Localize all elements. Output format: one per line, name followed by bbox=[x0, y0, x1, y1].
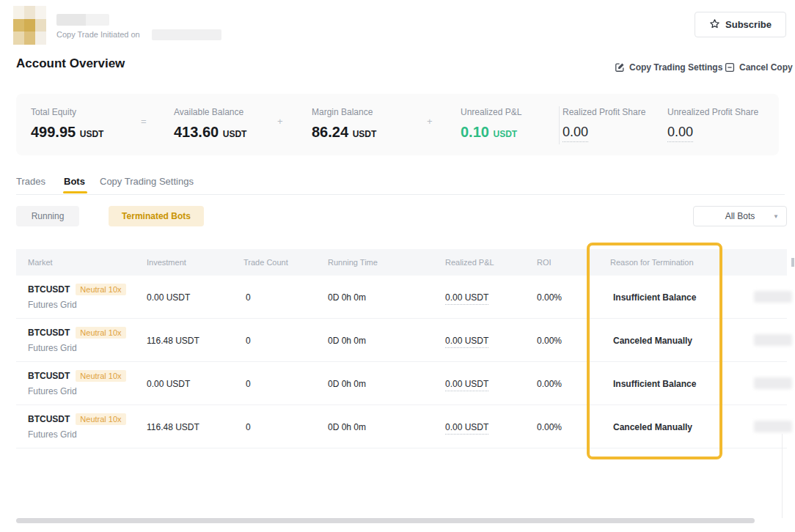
copy-trade-initiated-label: Copy Trade Initiated on bbox=[56, 30, 140, 39]
table-header: Market Investment Trade Count Running Ti… bbox=[16, 249, 787, 276]
table-row[interactable]: BTCUSDTNeutral 10x Futures Grid 116.48 U… bbox=[16, 405, 787, 448]
strategy-badge: Neutral 10x bbox=[76, 284, 125, 295]
realized-pnl-value: 0.00 USDT bbox=[445, 292, 488, 305]
market-type: Futures Grid bbox=[28, 343, 77, 353]
stat-total-equity: Total Equity 499.95 USDT bbox=[31, 107, 103, 141]
star-icon bbox=[709, 18, 720, 32]
market-type: Futures Grid bbox=[28, 429, 77, 440]
account-stats-card: Total Equity 499.95 USDT = Available Bal… bbox=[16, 94, 779, 155]
strategy-badge: Neutral 10x bbox=[76, 413, 125, 425]
row-actions-redacted[interactable] bbox=[754, 334, 792, 346]
running-filter-button[interactable]: Running bbox=[16, 206, 79, 226]
termination-reason: Canceled Manually bbox=[613, 336, 692, 346]
edit-icon bbox=[615, 62, 625, 73]
tab-copy-trading-settings[interactable]: Copy Trading Settings bbox=[100, 176, 194, 187]
investment-value: 116.48 USDT bbox=[147, 422, 199, 432]
termination-reason: Insufficient Balance bbox=[613, 379, 696, 389]
minus-square-icon bbox=[725, 62, 735, 73]
realized-pnl-value: 0.00 USDT bbox=[445, 422, 488, 435]
initiated-date-redacted bbox=[152, 29, 221, 40]
investment-value: 116.48 USDT bbox=[147, 336, 199, 346]
subscribe-button[interactable]: Subscribe bbox=[695, 12, 786, 37]
table-row[interactable]: BTCUSDTNeutral 10x Futures Grid 0.00 USD… bbox=[16, 362, 787, 405]
roi-value: 0.00% bbox=[537, 292, 562, 303]
strategy-badge: Neutral 10x bbox=[76, 327, 125, 339]
clipped-column-fragment bbox=[791, 258, 794, 267]
running-time-value: 0D 0h 0m bbox=[328, 379, 366, 389]
trade-count-value: 0 bbox=[246, 422, 251, 432]
cancel-copy-label: Cancel Copy bbox=[739, 62, 793, 73]
col-trade-count: Trade Count bbox=[243, 249, 288, 276]
plus-operator-2: + bbox=[427, 116, 433, 127]
trade-count-value: 0 bbox=[246, 292, 251, 303]
active-tab-underline bbox=[63, 191, 87, 193]
market-symbol: BTCUSDT bbox=[28, 284, 70, 295]
trade-count-value: 0 bbox=[246, 379, 251, 389]
col-running-time: Running Time bbox=[328, 249, 378, 276]
col-realized-pnl: Realized P&L bbox=[445, 249, 494, 276]
page-title: Account Overview bbox=[16, 56, 125, 71]
running-time-value: 0D 0h 0m bbox=[328, 292, 366, 303]
market-symbol: BTCUSDT bbox=[28, 328, 70, 338]
horizontal-scrollbar[interactable] bbox=[16, 518, 755, 523]
termination-reason: Canceled Manually bbox=[613, 422, 692, 432]
realized-pnl-value: 0.00 USDT bbox=[445, 336, 488, 348]
investment-value: 0.00 USDT bbox=[147, 379, 190, 389]
chevron-down-icon: ▼ bbox=[773, 213, 779, 220]
terminated-bots-filter-button[interactable]: Terminated Bots bbox=[109, 206, 204, 226]
stat-realized-profit-share: Realized Profit Share 0.00 bbox=[563, 107, 645, 142]
stat-unrealized-pnl: Unrealized P&L 0.10 USDT bbox=[461, 107, 521, 141]
col-investment: Investment bbox=[147, 249, 186, 276]
roi-value: 0.00% bbox=[537, 379, 562, 389]
roi-value: 0.00% bbox=[537, 422, 562, 432]
table-row[interactable]: BTCUSDTNeutral 10x Futures Grid 116.48 U… bbox=[16, 319, 787, 362]
cancel-copy-button[interactable]: Cancel Copy bbox=[725, 62, 793, 73]
investment-value: 0.00 USDT bbox=[147, 292, 190, 303]
table-row[interactable]: BTCUSDTNeutral 10x Futures Grid 0.00 USD… bbox=[16, 276, 787, 319]
market-symbol: BTCUSDT bbox=[28, 371, 70, 381]
stat-margin-balance: Margin Balance 86.24 USDT bbox=[312, 107, 376, 141]
roi-value: 0.00% bbox=[537, 336, 562, 346]
row-actions-redacted[interactable] bbox=[754, 291, 792, 303]
market-symbol: BTCUSDT bbox=[28, 414, 70, 424]
plus-operator-1: + bbox=[277, 116, 283, 127]
copy-trading-page: Copy Trade Initiated on Subscribe Accoun… bbox=[0, 0, 795, 532]
copy-trading-settings-button[interactable]: Copy Trading Settings bbox=[615, 62, 722, 73]
running-time-value: 0D 0h 0m bbox=[328, 422, 366, 432]
running-time-value: 0D 0h 0m bbox=[328, 336, 366, 346]
tab-trades[interactable]: Trades bbox=[16, 176, 45, 187]
termination-reason: Insufficient Balance bbox=[613, 292, 696, 303]
col-market: Market bbox=[28, 249, 53, 276]
realized-pnl-value: 0.00 USDT bbox=[445, 379, 488, 391]
col-reason-for-termination: Reason for Termination bbox=[610, 249, 694, 276]
row-actions-redacted[interactable] bbox=[754, 377, 792, 389]
equals-operator: = bbox=[141, 116, 147, 127]
bots-type-dropdown[interactable]: All Bots ▼ bbox=[693, 206, 787, 226]
stat-available-balance: Available Balance 413.60 USDT bbox=[174, 107, 246, 141]
strategy-badge: Neutral 10x bbox=[76, 370, 125, 382]
stats-divider bbox=[559, 106, 560, 144]
subscribe-label: Subscribe bbox=[725, 19, 772, 30]
trader-avatar bbox=[13, 6, 46, 45]
table-edge-line bbox=[782, 434, 783, 518]
market-type: Futures Grid bbox=[28, 386, 77, 396]
col-roi: ROI bbox=[537, 249, 552, 276]
tabs-divider bbox=[16, 194, 785, 195]
stat-unrealized-profit-share: Unrealized Profit Share 0.00 bbox=[667, 107, 758, 142]
trade-count-value: 0 bbox=[246, 336, 251, 346]
trader-name-redacted bbox=[56, 14, 109, 26]
copy-trading-settings-label: Copy Trading Settings bbox=[629, 62, 722, 73]
market-type: Futures Grid bbox=[28, 300, 77, 310]
tab-bots[interactable]: Bots bbox=[64, 176, 85, 187]
row-actions-redacted[interactable] bbox=[754, 421, 792, 432]
bots-dropdown-value: All Bots bbox=[725, 211, 755, 221]
